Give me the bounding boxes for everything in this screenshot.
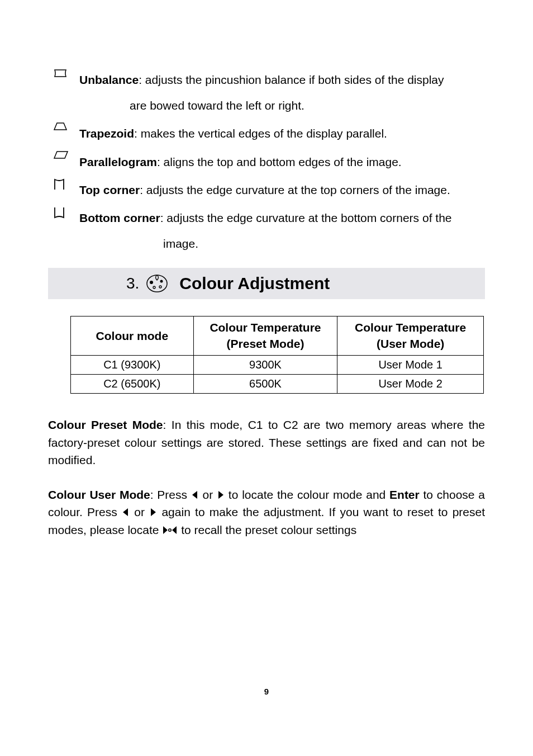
left-arrow-icon: [122, 507, 130, 519]
t1: : Press: [150, 488, 191, 501]
svg-point-1: [150, 281, 153, 284]
definition-bottom-corner: Bottom corner: adjusts the edge curvatur…: [48, 205, 485, 257]
t2: or: [199, 488, 217, 501]
cell: User Mode 1: [337, 356, 484, 375]
desc-continue: image.: [79, 231, 485, 257]
cell: C2 (6500K): [71, 375, 194, 394]
term: Colour User Mode: [48, 488, 150, 501]
right-arrow-icon: [217, 489, 225, 502]
t3: to locate the colour mode and: [225, 488, 389, 501]
table-header-row: Colour mode Colour Temperature(Preset Mo…: [71, 316, 484, 356]
left-arrow-icon: [191, 489, 199, 502]
section-number: 3.: [126, 275, 139, 292]
svg-point-5: [169, 529, 171, 531]
bottom-corner-icon: [48, 205, 79, 219]
top-corner-icon: [48, 177, 79, 191]
desc: : makes the vertical edges of the displa…: [134, 127, 387, 140]
definition-text: Top corner: adjusts the edge curvature a…: [79, 177, 485, 203]
section-title: Colour Adjustment: [179, 274, 330, 293]
definition-top-corner: Top corner: adjusts the edge curvature a…: [48, 177, 485, 203]
page-number: 9: [0, 687, 533, 696]
th-user: Colour Temperature(User Mode): [337, 316, 484, 356]
th-mode: Colour mode: [71, 316, 194, 356]
desc-continue: are bowed toward the left or right.: [79, 93, 485, 119]
definition-text: Parallelogram: aligns the top and bottom…: [79, 149, 485, 175]
definition-parallelogram: Parallelogram: aligns the top and bottom…: [48, 149, 485, 175]
svg-point-2: [160, 280, 163, 283]
desc: : adjusts the pincushion balance if both…: [139, 73, 444, 86]
unbalance-icon: [48, 67, 79, 78]
t5: or: [130, 505, 149, 518]
term: Bottom corner: [79, 211, 160, 224]
cell: 6500K: [193, 375, 337, 394]
right-arrow-icon: [149, 507, 157, 519]
colour-preset-paragraph: Colour Preset Mode: In this mode, C1 to …: [48, 416, 485, 469]
table-row: C2 (6500K) 6500K User Mode 2: [71, 375, 484, 394]
table-row: C1 (9300K) 9300K User Mode 1: [71, 356, 484, 375]
term: Top corner: [79, 183, 140, 196]
definition-trapezoid: Trapezoid: makes the vertical edges of t…: [48, 121, 485, 147]
enter: Enter: [389, 488, 420, 501]
trapezoid-icon: [48, 121, 79, 131]
term: Colour Preset Mode: [48, 418, 163, 431]
desc: : adjusts the edge curvature at the bott…: [160, 211, 452, 224]
cell: C1 (9300K): [71, 356, 194, 375]
definition-text: Bottom corner: adjusts the edge curvatur…: [79, 205, 485, 257]
svg-point-3: [159, 286, 161, 288]
svg-point-0: [147, 275, 167, 292]
desc: : adjusts the edge curvature at the top …: [140, 183, 450, 196]
desc: : aligns the top and bottom edges of the…: [157, 155, 402, 168]
term: Parallelogram: [79, 155, 157, 168]
cell: 9300K: [193, 356, 337, 375]
colour-user-paragraph: Colour User Mode: Press or to locate the…: [48, 486, 485, 539]
term: Trapezoid: [79, 127, 134, 140]
term: Unbalance: [79, 73, 139, 86]
recall-icon: [162, 525, 178, 537]
parallelogram-icon: [48, 149, 79, 159]
colour-table: Colour mode Colour Temperature(Preset Mo…: [70, 316, 484, 394]
section-header: 3. Colour Adjustment: [48, 268, 485, 299]
svg-point-4: [153, 286, 155, 289]
palette-icon: [145, 271, 169, 296]
th-preset: Colour Temperature(Preset Mode): [193, 316, 337, 356]
definition-text: Unbalance: adjusts the pincushion balanc…: [79, 67, 485, 119]
definition-unbalance: Unbalance: adjusts the pincushion balanc…: [48, 67, 485, 119]
t7: to recall the preset colour settings: [178, 523, 356, 536]
cell: User Mode 2: [337, 375, 484, 394]
definition-text: Trapezoid: makes the vertical edges of t…: [79, 121, 485, 147]
